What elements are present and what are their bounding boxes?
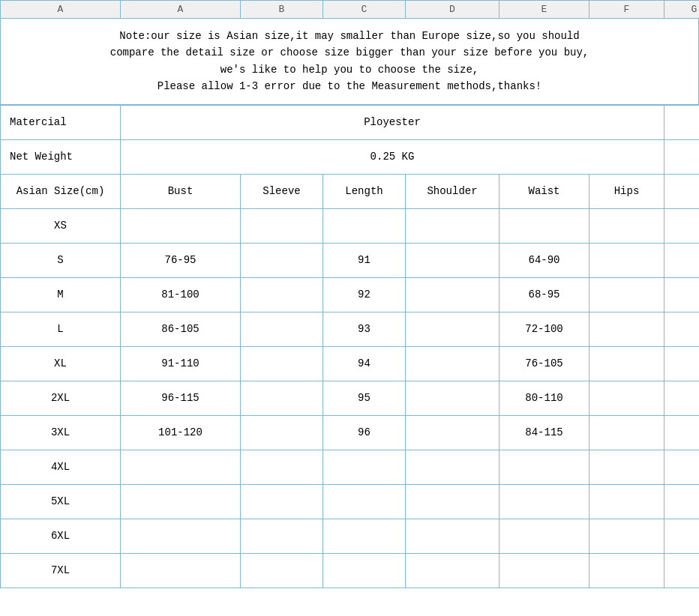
column-headers: A A B C D E F G [0, 0, 699, 19]
cell-size: 3XL [1, 416, 121, 450]
weight-row: Net Weight 0.25 KG [1, 140, 699, 175]
cell-shoulder [406, 554, 500, 588]
cell-bust: 76-95 [121, 244, 241, 277]
cell-hips [590, 416, 664, 450]
cell-length [323, 485, 406, 519]
table-row: M81-1009268-95 [1, 278, 699, 312]
cell-waist: 84-115 [500, 416, 590, 450]
cell-waist: 64-90 [500, 244, 590, 277]
cell-waist: 76-105 [500, 347, 590, 381]
cell-shoulder [406, 519, 500, 553]
cell-size: XS [1, 209, 121, 243]
cell-bust [121, 485, 241, 519]
cell-bust [121, 519, 241, 553]
cell-shoulder [406, 485, 500, 519]
cell-length [323, 450, 406, 484]
col-b: A [121, 1, 241, 19]
cell-sleeve [241, 347, 323, 381]
cell-hips [590, 519, 664, 553]
cell-hips [590, 485, 664, 519]
header-waist: Waist [500, 175, 590, 208]
cell-shoulder [406, 244, 500, 277]
cell-size: M [1, 278, 121, 312]
cell-waist [500, 519, 590, 553]
cell-length: 92 [323, 278, 406, 312]
cell-waist: 68-95 [500, 278, 590, 312]
cell-hips [590, 381, 664, 415]
cell-sleeve [241, 278, 323, 312]
table-row: 3XL101-1209684-115 [1, 416, 699, 450]
table-header-row: Asian Size(cm) Bust Sleeve Length Should… [1, 175, 699, 209]
cell-shoulder [406, 312, 500, 346]
cell-shoulder [406, 416, 500, 450]
cell-size: 2XL [1, 381, 121, 415]
cell-bust: 96-115 [121, 381, 241, 415]
cell-bust: 101-120 [121, 416, 241, 450]
header-hips: Hips [590, 175, 664, 208]
table-row: 7XL [1, 554, 699, 588]
cell-length: 95 [323, 381, 406, 415]
cell-bust: 86-105 [121, 312, 241, 346]
cell-waist [500, 554, 590, 588]
col-d: C [323, 1, 406, 19]
cell-bust [121, 554, 241, 588]
material-value: Ployester [121, 106, 664, 139]
header-length: Length [323, 175, 406, 208]
cell-sleeve [241, 244, 323, 277]
cell-bust: 91-110 [121, 347, 241, 381]
cell-length: 91 [323, 244, 406, 277]
col-e: D [406, 1, 500, 19]
header-size: Asian Size(cm) [1, 175, 121, 208]
note-text: Note:our size is Asian size,it may small… [0, 19, 699, 105]
cell-sleeve [241, 554, 323, 588]
cell-sleeve [241, 450, 323, 484]
size-chart-container: A A B C D E F G Note:our size is Asian s… [0, 0, 699, 616]
col-f: E [500, 1, 590, 19]
col-g: F [590, 1, 664, 19]
cell-length: 94 [323, 347, 406, 381]
cell-shoulder [406, 278, 500, 312]
cell-length [323, 554, 406, 588]
cell-shoulder [406, 450, 500, 484]
cell-hips [590, 347, 664, 381]
cell-sleeve [241, 381, 323, 415]
cell-size: 5XL [1, 485, 121, 519]
cell-shoulder [406, 347, 500, 381]
cell-hips [590, 554, 664, 588]
header-bust: Bust [121, 175, 241, 208]
table-row: 6XL [1, 519, 699, 554]
cell-sleeve [241, 485, 323, 519]
table-row: 2XL96-1159580-110 [1, 381, 699, 416]
col-c: B [241, 1, 323, 19]
table-row: XL91-1109476-105 [1, 347, 699, 381]
weight-label: Net Weight [1, 140, 121, 174]
col-a: A [1, 1, 121, 19]
cell-bust [121, 209, 241, 243]
cell-shoulder [406, 209, 500, 243]
cell-sleeve [241, 209, 323, 243]
cell-bust [121, 450, 241, 484]
table-row: XS [1, 209, 699, 244]
cell-length: 93 [323, 312, 406, 346]
cell-hips [590, 312, 664, 346]
cell-shoulder [406, 381, 500, 415]
cell-hips [590, 209, 664, 243]
cell-bust: 81-100 [121, 278, 241, 312]
table-data-rows: XSS76-959164-90M81-1009268-95L86-1059372… [1, 209, 699, 588]
table-row: 4XL [1, 450, 699, 485]
col-h: G [664, 1, 699, 19]
cell-waist [500, 450, 590, 484]
cell-hips [590, 450, 664, 484]
cell-waist [500, 209, 590, 243]
cell-waist: 80-110 [500, 381, 590, 415]
cell-length: 96 [323, 416, 406, 450]
table-row: S76-959164-90 [1, 244, 699, 278]
table-row: 5XL [1, 485, 699, 519]
cell-length [323, 209, 406, 243]
cell-size: 4XL [1, 450, 121, 484]
cell-size: XL [1, 347, 121, 381]
header-sleeve: Sleeve [241, 175, 323, 208]
weight-value: 0.25 KG [121, 140, 664, 174]
cell-length [323, 519, 406, 553]
material-row: Matercial Ployester [1, 106, 699, 140]
